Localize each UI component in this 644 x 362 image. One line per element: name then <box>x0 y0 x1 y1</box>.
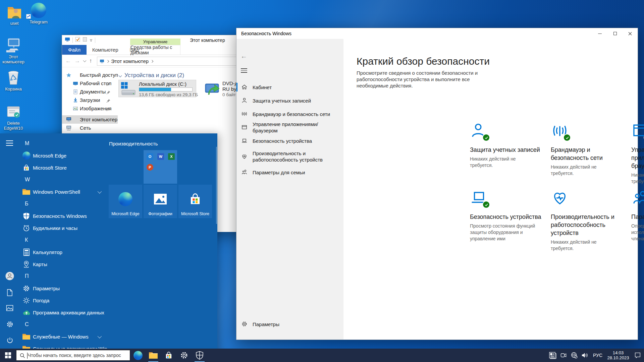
maximize-button[interactable] <box>607 28 623 39</box>
security-sidebar: ← Кабинет Защита учетных записей <box>236 39 343 340</box>
start-user-avatar[interactable] <box>5 272 14 280</box>
sidebar-item-desktop[interactable]: Рабочий стол <box>62 79 118 87</box>
taskbar-explorer-button[interactable] <box>146 349 161 362</box>
desktop-icon-uset[interactable]: uset <box>3 3 26 26</box>
taskbar-edge-button[interactable] <box>130 349 146 362</box>
start-app-weather[interactable]: Погода <box>19 294 106 306</box>
action-center-icon[interactable] <box>631 349 644 362</box>
card-device-security[interactable]: Безопасность устройства Просмотр состоян… <box>470 189 548 242</box>
qat-newfolder-icon[interactable] <box>83 37 87 43</box>
start-section-k[interactable]: К <box>19 234 106 246</box>
nav-item-settings[interactable]: Параметры <box>236 318 343 330</box>
card-account-protection[interactable]: Защита учетных записей Никаких действий … <box>470 122 548 169</box>
start-pictures-icon[interactable] <box>5 304 14 312</box>
start-app-microsoft-edge[interactable]: Microsoft Edge <box>19 149 106 162</box>
start-app-microsoft-store[interactable]: Microsoft Store <box>19 162 106 174</box>
nav-item-firewall-network[interactable]: Брандмауэр и безопасность сети <box>236 107 343 121</box>
tab-computer[interactable]: Компьютер <box>87 45 124 55</box>
taskbar-search-input[interactable]: Чтобы начать поиск, введите здесь запрос <box>16 350 130 361</box>
breadcrumb-chevron-icon[interactable] <box>106 60 109 62</box>
expand-chevron-icon[interactable] <box>98 334 102 338</box>
tab-disk-tools[interactable]: Средства работы с дисками <box>130 45 180 55</box>
language-indicator[interactable]: РУС <box>590 353 605 358</box>
desktop-icon-this-pc[interactable]: Этот компьютер <box>2 37 25 64</box>
card-firewall-network[interactable]: Брандмауэр и безопасность сети Никаких д… <box>551 122 629 177</box>
minimize-button[interactable] <box>592 28 607 39</box>
start-settings-icon[interactable] <box>5 320 14 328</box>
start-button[interactable] <box>0 349 16 362</box>
sidebar-item-downloads[interactable]: Загрузки <box>62 96 118 104</box>
pin-icon <box>106 90 110 94</box>
drive-c-item[interactable]: Локальный диск (C:) 13,6 ГБ свободно из … <box>118 80 196 97</box>
start-app-calculator[interactable]: Калькулятор <box>19 246 106 258</box>
qat-properties-icon[interactable] <box>75 37 80 43</box>
start-scrollbar[interactable] <box>216 147 217 224</box>
meet-now-icon[interactable] <box>558 349 569 362</box>
start-section-p[interactable]: П <box>19 270 106 282</box>
sidebar-item-this-pc[interactable]: Этот компьютер <box>62 115 118 124</box>
nav-item-device-performance[interactable]: Производительность и работоспособность у… <box>236 147 343 166</box>
start-section-m[interactable]: M <box>19 137 106 149</box>
sidebar-item-network[interactable]: Сеть <box>62 124 118 132</box>
start-documents-icon[interactable] <box>5 288 14 297</box>
tile-folder-office[interactable]: O W X P <box>144 150 177 184</box>
tab-file[interactable]: Файл <box>62 45 87 55</box>
nav-item-device-security[interactable]: Безопасность устройства <box>236 134 343 147</box>
up-arrow-icon[interactable]: ↑ <box>89 58 92 64</box>
start-folder-windows-powershell[interactable]: Windows PowerShell <box>19 186 106 198</box>
nav-item-account-protection[interactable]: Защита учетных записей <box>236 94 343 107</box>
desktop-icon-delete-edgew10[interactable]: Delete EdgeW10 <box>2 103 25 131</box>
tile-group-title[interactable]: Производительность <box>109 141 158 146</box>
desktop-icon-telegram[interactable]: Telegram <box>27 2 50 24</box>
tile-microsoft-edge[interactable]: Microsoft Edge <box>109 185 142 218</box>
qat-customize-chevron-icon[interactable] <box>90 37 93 43</box>
start-folder-windows-system[interactable]: Служебные — Windows <box>19 330 106 343</box>
breadcrumb-chevron-icon[interactable] <box>151 60 153 62</box>
start-app-settings[interactable]: Параметры <box>19 282 106 294</box>
start-app-windows-security[interactable]: Безопасность Windows <box>19 210 106 222</box>
start-app-maps[interactable]: Карты <box>19 258 106 270</box>
address-pc-icon <box>100 59 104 63</box>
start-section-b[interactable]: Б <box>19 198 106 210</box>
this-pc-icon <box>66 117 71 122</box>
start-hamburger-icon[interactable] <box>6 140 13 146</box>
recent-locations-chevron-icon[interactable] <box>83 59 87 62</box>
qat-computer-icon[interactable] <box>65 37 70 43</box>
nav-item-home[interactable]: Кабинет <box>236 80 343 94</box>
volume-icon[interactable] <box>580 349 590 362</box>
back-arrow-icon[interactable]: ← <box>240 52 247 60</box>
start-app-backup[interactable]: Программа архивации данных <box>19 306 106 318</box>
expand-chevron-icon[interactable] <box>98 189 102 193</box>
taskbar-store-button[interactable] <box>161 349 176 362</box>
card-device-performance[interactable]: Производительность и работоспособность у… <box>551 189 629 252</box>
start-section-s[interactable]: С <box>19 318 106 330</box>
sidebar-item-quick-access[interactable]: Быстрый доступ <box>62 71 118 79</box>
browser-window-icon <box>631 122 644 140</box>
sidebar-item-documents[interactable]: Документы <box>62 87 118 96</box>
start-section-w[interactable]: W <box>19 174 106 186</box>
clock[interactable]: 14:03 28.10.2023 <box>605 350 631 360</box>
card-app-browser-control[interactable]: Управление приложениями/браузером Никаки… <box>631 122 644 185</box>
taskbar-settings-button[interactable] <box>176 349 192 362</box>
desktop-icon-recycle-bin[interactable]: Корзина <box>2 69 25 92</box>
taskbar-defender-button[interactable] <box>192 349 207 362</box>
menu-hamburger-icon[interactable] <box>241 68 247 73</box>
news-widget-icon[interactable] <box>547 349 558 362</box>
group-header-devices-drives[interactable]: Устройства и диски (2) <box>119 72 184 79</box>
card-family-options[interactable]: Параметры для семьи Определяйте условия … <box>631 189 644 242</box>
tile-photos[interactable]: Фотографии <box>144 185 177 218</box>
sidebar-item-pictures[interactable]: Изображения <box>62 104 118 113</box>
start-power-icon[interactable] <box>5 336 14 345</box>
tile-microsoft-store[interactable]: Microsoft Store <box>178 185 212 218</box>
collapse-chevron-icon[interactable] <box>119 74 122 77</box>
back-arrow-icon[interactable]: ← <box>65 58 71 64</box>
nav-item-family-options[interactable]: Параметры для семьи <box>236 166 343 179</box>
close-button[interactable] <box>623 28 638 39</box>
breadcrumb-root[interactable]: Этот компьютер <box>111 58 149 64</box>
network-no-internet-icon[interactable] <box>569 349 580 362</box>
start-app-alarms-clock[interactable]: Будильники и часы <box>19 222 106 234</box>
nav-item-app-browser-control[interactable]: Управление приложениями/браузером <box>236 121 343 134</box>
security-titlebar[interactable]: Безопасность Windows <box>236 28 638 39</box>
forward-arrow-icon[interactable]: → <box>74 58 80 64</box>
contextual-tab-group[interactable]: Управление <box>130 39 180 45</box>
